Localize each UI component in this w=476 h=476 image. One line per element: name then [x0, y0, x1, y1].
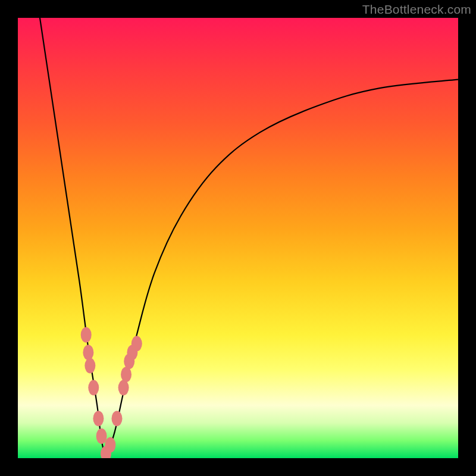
curve-group [40, 18, 458, 458]
chart-frame: TheBottleneck.com [0, 0, 476, 476]
data-point-marker [88, 380, 99, 396]
data-point-marker [96, 428, 107, 444]
bottleneck-curve-svg [18, 18, 458, 458]
data-point-marker [131, 336, 142, 352]
data-point-marker [84, 358, 95, 374]
data-point-marker [83, 345, 93, 360]
data-point-marker [112, 411, 123, 426]
curve-right-branch [106, 80, 458, 458]
data-point-marker [121, 367, 131, 382]
watermark-text: TheBottleneck.com [362, 2, 471, 17]
data-point-marker [118, 380, 129, 396]
data-point-markers [81, 327, 142, 458]
data-point-marker [105, 437, 115, 453]
plot-area [18, 18, 458, 458]
data-point-marker [93, 411, 104, 426]
data-point-marker [81, 327, 92, 343]
